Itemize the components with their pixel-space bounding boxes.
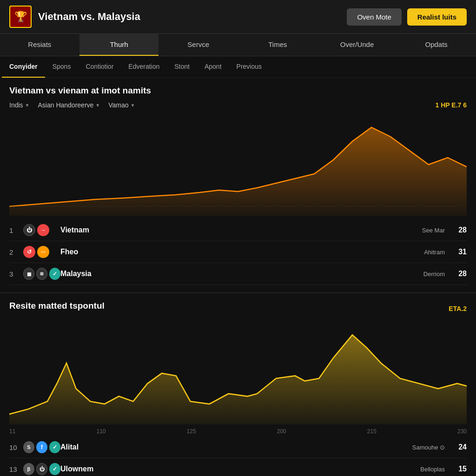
row-number: 1 — [9, 226, 23, 234]
row-icons: β ⏻ ✓ — [23, 463, 60, 475]
row-value: 28 — [450, 270, 467, 278]
row-icons: ↺ ··· — [23, 246, 60, 258]
row-number: 2 — [9, 248, 23, 256]
section2-title-right: ETA.2 — [449, 305, 467, 312]
section2-header: Resite matted tspontul ETA.2 — [9, 301, 467, 317]
x-axis-labels: 11 110 125 200 215 230 — [9, 428, 467, 436]
row-value: 31 — [450, 248, 467, 256]
table-row: 1 ⏻ → Vietnam See Mar 28 — [9, 219, 467, 241]
row-name: Alital — [60, 443, 412, 451]
x-label: 110 — [96, 428, 106, 435]
row-value: 28 — [450, 226, 467, 234]
subnav-edveration[interactable]: Edveration — [121, 56, 167, 78]
filter-indis-label: Indis — [9, 101, 23, 109]
row-label: Belloplas — [420, 466, 445, 473]
filter-vamao[interactable]: Vamao ▼ — [108, 101, 135, 109]
row-value: 15 — [450, 465, 467, 473]
nav-servce[interactable]: Servce — [159, 34, 238, 56]
row-name: Vietnam — [60, 226, 422, 234]
row-name: Fheo — [60, 248, 424, 256]
realist-luits-button[interactable]: Realist luits — [407, 8, 467, 26]
row-icons: S f ✓ — [23, 441, 60, 453]
team-icon-vietnam: → — [37, 224, 49, 236]
row-label: Samouhe ⊙ — [412, 444, 445, 451]
row-number: 13 — [9, 465, 23, 473]
nav-thurh[interactable]: Thurh — [79, 34, 159, 56]
sub-nav: Conyider Spons Contiotior Edveration Sto… — [0, 56, 476, 78]
page-title: Vietnam vs. Malaysia — [38, 11, 140, 23]
x-label: 11 — [9, 428, 15, 435]
chart1 — [9, 113, 467, 216]
subnav-stont[interactable]: Stont — [167, 56, 197, 78]
section1-title: Vietnam vs vienam at imot namits — [9, 86, 467, 96]
chart2 — [9, 322, 467, 424]
team-icon-malaysia: ✓ — [49, 268, 60, 280]
row-value: 24 — [450, 443, 467, 451]
chart2-svg — [9, 322, 467, 424]
facebook-icon: f — [36, 441, 47, 453]
chart2-area — [9, 335, 467, 425]
s-icon: S — [23, 441, 34, 453]
row-name: Ulownem — [60, 465, 420, 473]
oven-mote-button[interactable]: Oven Mote — [347, 8, 401, 26]
subnav-spons[interactable]: Spons — [45, 56, 79, 78]
team-icon-fheo: ··· — [37, 246, 49, 258]
x-label: 215 — [367, 428, 377, 435]
nav-times[interactable]: Times — [238, 34, 317, 56]
filter-row: Indis ▼ Asian Handoreerve ▼ Vamao ▼ 1 HP… — [9, 101, 467, 109]
nav-opdats[interactable]: Opdats — [397, 34, 476, 56]
subnav-contiotior[interactable]: Contiotior — [78, 56, 121, 78]
header-left: 🏆 Vietnam vs. Malaysia — [9, 6, 140, 28]
power-icon2: ⏻ — [36, 463, 47, 475]
nav-resiats[interactable]: Resiats — [0, 34, 79, 56]
refresh-icon: ↺ — [23, 246, 35, 258]
table-row: 13 β ⏻ ✓ Ulownem Belloplas 15 — [9, 458, 467, 476]
x-label: 125 — [187, 428, 196, 435]
table-row: 2 ↺ ··· Fheo Ahitram 31 — [9, 241, 467, 263]
row-icons: ⏻ → — [23, 224, 60, 236]
chart1-area — [9, 127, 467, 216]
header: 🏆 Vietnam vs. Malaysia Oven Mote Realist… — [0, 0, 476, 34]
power-icon: ⏻ — [23, 224, 35, 236]
filter-vamao-label: Vamao — [108, 101, 128, 109]
subnav-apont[interactable]: Apont — [197, 56, 229, 78]
beta-icon: β — [23, 463, 34, 475]
x-label: 200 — [277, 428, 286, 435]
nav-over-unde[interactable]: Over/Unde — [317, 34, 397, 56]
row-icons: ▦ ⊞ ✓ — [23, 268, 60, 280]
filter-asian-arrow: ▼ — [95, 103, 100, 108]
extra-icon: ⊞ — [36, 268, 47, 280]
filter-vamao-arrow: ▼ — [131, 103, 135, 108]
row-label: Ahitram — [424, 249, 445, 256]
row-label: Derriom — [423, 271, 445, 278]
row-number: 10 — [9, 443, 23, 451]
team-icon-ulownem: ✓ — [49, 463, 60, 475]
x-label: 230 — [457, 428, 467, 435]
subnav-conyider[interactable]: Conyider — [2, 56, 45, 78]
table-row: 10 S f ✓ Alital Samouhe ⊙ 24 — [9, 436, 467, 458]
row-name: Malaysia — [60, 270, 423, 278]
logo-icon: 🏆 — [9, 6, 32, 28]
row-label: See Mar — [422, 227, 445, 234]
filter-indis[interactable]: Indis ▼ — [9, 101, 29, 109]
team-icon-alital: ✓ — [49, 441, 60, 453]
section1: Vietnam vs vienam at imot namits Indis ▼… — [0, 78, 476, 289]
grid-icon: ▦ — [23, 268, 34, 280]
header-buttons: Oven Mote Realist luits — [347, 8, 467, 26]
subnav-previous[interactable]: Previous — [229, 56, 269, 78]
filter-indis-arrow: ▼ — [25, 103, 30, 108]
top-nav: Resiats Thurh Servce Times Over/Unde Opd… — [0, 34, 476, 56]
filter-right-label: 1 HP E.7 6 — [436, 101, 467, 109]
filter-asian[interactable]: Asian Handoreerve ▼ — [38, 101, 100, 109]
section2-title: Resite matted tspontul — [9, 301, 105, 311]
row-number: 3 — [9, 270, 23, 278]
filter-asian-label: Asian Handoreerve — [38, 101, 93, 109]
chart1-svg — [9, 113, 467, 216]
table-row: 3 ▦ ⊞ ✓ Malaysia Derriom 28 — [9, 263, 467, 285]
section2: Resite matted tspontul ETA.2 11 110 125 … — [0, 292, 476, 476]
